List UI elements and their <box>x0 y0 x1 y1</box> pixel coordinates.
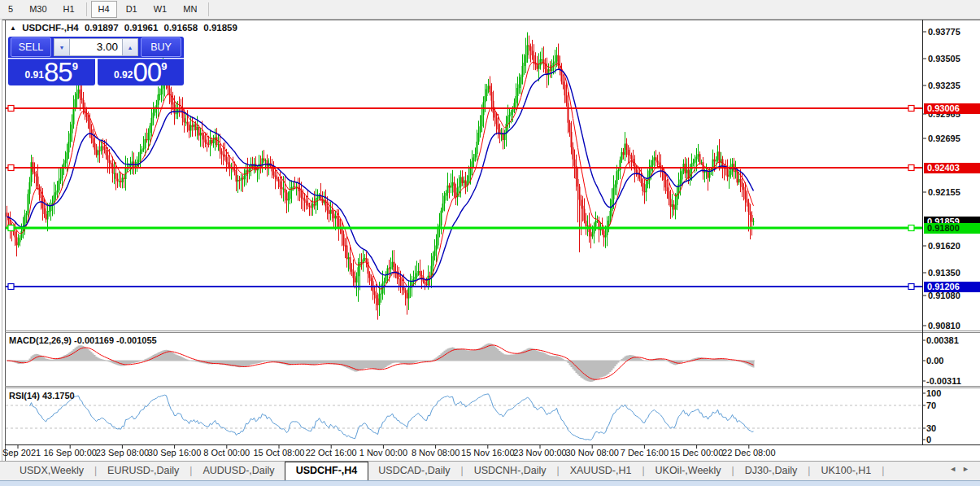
price-marker-label: 0.91206 <box>924 282 980 292</box>
price-tick-label: 0.91350 <box>928 268 960 278</box>
buy-price-prefix: 0.92 <box>114 69 133 81</box>
date-label: 15 Nov 16:00 <box>461 448 514 458</box>
date-label: 22 Dec 08:00 <box>722 448 775 458</box>
trade-panel-price-row: 0.91 85 9 0.92 00 9 <box>8 59 184 85</box>
date-label: 22 Oct 16:00 <box>306 448 357 458</box>
one-click-trading-panel: SELL ▼ 3.00 ▲ BUY 0.91 85 9 0.92 00 9 <box>8 37 184 85</box>
date-label: 15 Dec 00:00 <box>670 448 723 458</box>
trade-panel-top-row: SELL ▼ 3.00 ▲ BUY <box>8 37 184 58</box>
date-label: 30 Nov 08:00 <box>565 448 618 458</box>
date-label: 15 Oct 08:00 <box>254 448 305 458</box>
price-marker-label: 0.91800 <box>924 223 980 234</box>
date-label: 8 Sep 2021 <box>0 448 41 458</box>
collapse-icon[interactable]: ▲ <box>10 24 16 32</box>
buy-price-big: 00 <box>133 62 161 83</box>
macd-tick-label: 0.00 <box>926 356 943 366</box>
tab-bar-spacer <box>0 462 10 480</box>
date-label: 1 Nov 00:00 <box>359 448 407 458</box>
period-button-w1[interactable]: W1 <box>146 1 175 18</box>
buy-price-pip: 9 <box>161 60 167 72</box>
price-tick-label: 0.91620 <box>928 241 960 251</box>
macd-tick-label: 0.00381 <box>926 335 959 345</box>
chart-tab-usdcnh-[interactable]: USDCNH-,Daily <box>464 462 556 480</box>
period-button-h1[interactable]: H1 <box>56 1 82 18</box>
buy-button[interactable]: BUY <box>141 37 181 57</box>
period-button-mn[interactable]: MN <box>176 1 204 18</box>
price-tick-label: 0.92695 <box>928 134 960 143</box>
timeframe-toolbar: 5M30H1H4D1W1MN <box>0 0 980 20</box>
date-label: 8 Nov 08:00 <box>412 448 460 458</box>
period-button-5[interactable]: 5 <box>1 1 20 18</box>
chart-tab-usdcad-[interactable]: USDCAD-,Daily <box>368 462 460 480</box>
tab-scroll-arrows[interactable]: ◄► <box>949 465 975 473</box>
chart-tab-eurusd-[interactable]: EURUSD-,Daily <box>98 462 189 480</box>
chart-tab-usdx[interactable]: USDX,Weekly <box>10 462 94 480</box>
price-marker-label: 0.92403 <box>924 163 980 173</box>
chart-tab-ukoil-[interactable]: UKOil-,Weekly <box>646 462 731 480</box>
price-tick-label: 0.92155 <box>928 187 960 197</box>
chart-tab-bar: USDX,Weekly|EURUSD-,Daily|AUDUSD-,DailyU… <box>0 461 980 480</box>
ohlc-open: 0.91897 <box>85 23 119 33</box>
chevron-down-icon: ▼ <box>59 45 65 50</box>
mt4-application-window: 5M30H1H4D1W1MN ▲ USDCHF-,H4 0.91897 0.91… <box>0 0 980 486</box>
rsi-tick-label: 0 <box>926 435 931 444</box>
ohlc-close: 0.91859 <box>203 23 237 33</box>
rsi-tick-label: 100 <box>926 388 941 398</box>
rsi-label: RSI(14) 43.1750 <box>9 391 75 401</box>
date-label: 23 Sep 08:00 <box>96 448 149 458</box>
chart-tab-dj30-[interactable]: DJ30-,Daily <box>735 462 808 480</box>
volume-decrease-button[interactable]: ▼ <box>54 38 70 56</box>
period-button-h4[interactable]: H4 <box>91 1 117 18</box>
price-marker-label: 0.93006 <box>924 103 980 114</box>
sell-price-big: 85 <box>44 62 72 83</box>
price-tick-label: 0.93775 <box>928 27 960 37</box>
chart-tab-xauusd-[interactable]: XAUUSD-,H1 <box>560 462 642 480</box>
volume-spinner: ▼ 3.00 ▲ <box>54 38 138 56</box>
status-bar <box>0 480 980 486</box>
date-label: 16 Sep 00:00 <box>43 448 96 458</box>
period-button-d1[interactable]: D1 <box>119 1 145 18</box>
volume-increase-button[interactable]: ▲ <box>122 38 138 56</box>
tab-divider: | <box>881 462 885 480</box>
sell-price-pip: 9 <box>72 60 78 72</box>
chart-tab-audusd-[interactable]: AUDUSD-,Daily <box>193 462 284 480</box>
chart-tab-usdchf-[interactable]: USDCHF-,H4 <box>285 462 369 480</box>
chart-ohlc-title: ▲ USDCHF-,H4 0.91897 0.91961 0.91658 0.9… <box>10 23 241 33</box>
buy-price-display[interactable]: 0.92 00 9 <box>98 59 185 85</box>
toolbar-separator <box>208 2 209 16</box>
date-label: 8 Oct 00:00 <box>203 448 250 458</box>
price-tick-label: 0.93235 <box>928 81 960 90</box>
date-label: 7 Dec 16:00 <box>621 448 669 458</box>
sell-price-display[interactable]: 0.91 85 9 <box>8 59 95 85</box>
price-tick-label: 0.90810 <box>928 321 960 331</box>
volume-input[interactable]: 3.00 <box>70 38 122 56</box>
chevron-up-icon: ▲ <box>128 45 133 50</box>
rsi-tick-label: 70 <box>926 401 936 410</box>
ohlc-low: 0.91658 <box>164 23 198 33</box>
rsi-tick-label: 30 <box>926 423 936 433</box>
macd-tick-label: -0.00311 <box>926 376 961 386</box>
period-button-m30[interactable]: M30 <box>22 1 54 18</box>
chart-symbol-label: USDCHF-,H4 <box>22 23 79 33</box>
sell-button[interactable]: SELL <box>11 37 51 57</box>
rsi-indicator-pane[interactable] <box>6 389 922 444</box>
macd-label: MACD(12,26,9) -0.001169 -0.001055 <box>9 335 157 345</box>
date-label: 23 Nov 00:00 <box>513 448 566 458</box>
date-label: 30 Sep 16:00 <box>148 448 201 458</box>
toolbar-separator <box>86 2 87 16</box>
price-tick-label: 0.93505 <box>928 54 960 63</box>
sell-price-prefix: 0.91 <box>25 69 44 81</box>
price-tick-label: 0.91080 <box>928 291 960 300</box>
ohlc-high: 0.91961 <box>124 23 159 33</box>
chart-tab-uk100-[interactable]: UK100-,H1 <box>811 462 881 480</box>
